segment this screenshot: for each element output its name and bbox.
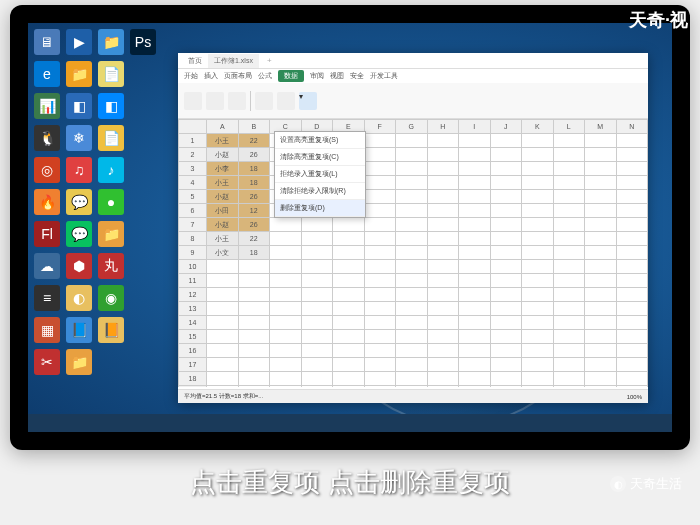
desktop-icon[interactable]: ♫ bbox=[66, 157, 92, 183]
tab-home[interactable]: 首页 bbox=[182, 54, 208, 68]
toolbar-btn[interactable] bbox=[277, 92, 295, 110]
desktop-icon[interactable] bbox=[130, 253, 156, 279]
toolbar-btn[interactable] bbox=[206, 92, 224, 110]
zoom-level[interactable]: 100% bbox=[627, 394, 642, 400]
ribbon-tabs: 开始插入页面布局公式数据审阅视图安全开发工具 bbox=[178, 69, 648, 83]
desktop-icon[interactable]: 🐧 bbox=[34, 125, 60, 151]
duplicates-button[interactable]: ▾ bbox=[299, 92, 317, 110]
desktop-icon[interactable]: 📁 bbox=[66, 61, 92, 87]
desktop-icon[interactable]: ☁ bbox=[34, 253, 60, 279]
desktop-icon[interactable] bbox=[130, 349, 156, 375]
desktop-icon[interactable]: 📁 bbox=[66, 349, 92, 375]
dropdown-item[interactable]: 拒绝录入重复项(L) bbox=[275, 166, 365, 183]
dropdown-item[interactable]: 设置高亮重复项(S) bbox=[275, 132, 365, 149]
ribbon-tab[interactable]: 开始 bbox=[184, 71, 198, 81]
ribbon-tab[interactable]: 安全 bbox=[350, 71, 364, 81]
desktop-icon[interactable]: e bbox=[34, 61, 60, 87]
watermark-bottom: ◐ 天奇生活 bbox=[610, 475, 682, 493]
monitor-frame: 🖥▶📁Pse📁📄📊◧◧🐧❄📄◎♫♪🔥💬●Fl💬📁☁⬢丸≡◐◉▦📘📙✂📁 首页 工… bbox=[10, 5, 690, 450]
ribbon-tab[interactable]: 审阅 bbox=[310, 71, 324, 81]
duplicates-dropdown: 设置高亮重复项(S)清除高亮重复项(C)拒绝录入重复项(L)清除拒绝录入限制(R… bbox=[274, 131, 366, 218]
desktop-icon[interactable] bbox=[130, 285, 156, 311]
desktop-icon[interactable]: ◉ bbox=[98, 285, 124, 311]
desktop-icon[interactable]: ♪ bbox=[98, 157, 124, 183]
ribbon-tab[interactable]: 开发工具 bbox=[370, 71, 398, 81]
ribbon-toolbar: ▾ bbox=[178, 83, 648, 119]
desktop-icon[interactable]: 📄 bbox=[98, 61, 124, 87]
logo-icon: ◐ bbox=[610, 476, 626, 492]
desktop-icon[interactable]: ▦ bbox=[34, 317, 60, 343]
desktop-icon[interactable] bbox=[130, 189, 156, 215]
desktop-icon[interactable] bbox=[130, 125, 156, 151]
desktop-screen: 🖥▶📁Pse📁📄📊◧◧🐧❄📄◎♫♪🔥💬●Fl💬📁☁⬢丸≡◐◉▦📘📙✂📁 首页 工… bbox=[28, 23, 672, 432]
ribbon-tab[interactable]: 页面布局 bbox=[224, 71, 252, 81]
spreadsheet-grid[interactable]: 设置高亮重复项(S)清除高亮重复项(C)拒绝录入重复项(L)清除拒绝录入限制(R… bbox=[178, 119, 648, 387]
ribbon-tab[interactable]: 插入 bbox=[204, 71, 218, 81]
desktop-icon[interactable]: 📁 bbox=[98, 29, 124, 55]
desktop-icon[interactable]: ≡ bbox=[34, 285, 60, 311]
status-stats: 平均值=21.5 计数=18 求和=... bbox=[184, 392, 263, 401]
desktop-icon[interactable]: 📄 bbox=[98, 125, 124, 151]
taskbar[interactable] bbox=[28, 414, 672, 432]
toolbar-btn[interactable] bbox=[184, 92, 202, 110]
desktop-icon[interactable]: ● bbox=[98, 189, 124, 215]
ribbon-tab[interactable]: 公式 bbox=[258, 71, 272, 81]
desktop-icon[interactable]: 丸 bbox=[98, 253, 124, 279]
watermark-top: 天奇·视 bbox=[629, 8, 688, 32]
desktop-icon[interactable]: 📁 bbox=[98, 221, 124, 247]
desktop-icon[interactable]: ◧ bbox=[66, 93, 92, 119]
desktop-icon[interactable] bbox=[98, 349, 124, 375]
desktop-icon[interactable]: 📊 bbox=[34, 93, 60, 119]
desktop-icon[interactable]: Fl bbox=[34, 221, 60, 247]
desktop-icon[interactable]: ◎ bbox=[34, 157, 60, 183]
tab-workbook[interactable]: 工作簿1.xlsx bbox=[208, 54, 259, 68]
spreadsheet-window[interactable]: 首页 工作簿1.xlsx + 开始插入页面布局公式数据审阅视图安全开发工具 ▾ … bbox=[178, 53, 648, 403]
video-subtitle: 点击重复项 点击删除重复项 bbox=[0, 465, 700, 500]
status-bar: 平均值=21.5 计数=18 求和=... 100% bbox=[178, 389, 648, 403]
desktop-icon-grid: 🖥▶📁Pse📁📄📊◧◧🐧❄📄◎♫♪🔥💬●Fl💬📁☁⬢丸≡◐◉▦📘📙✂📁 bbox=[34, 29, 158, 375]
toolbar-btn[interactable] bbox=[228, 92, 246, 110]
desktop-icon[interactable]: 💬 bbox=[66, 189, 92, 215]
desktop-icon[interactable] bbox=[130, 317, 156, 343]
add-tab-button[interactable]: + bbox=[267, 56, 272, 65]
desktop-icon[interactable]: 🖥 bbox=[34, 29, 60, 55]
desktop-icon[interactable]: ⬢ bbox=[66, 253, 92, 279]
desktop-icon[interactable]: ▶ bbox=[66, 29, 92, 55]
desktop-icon[interactable]: 💬 bbox=[66, 221, 92, 247]
desktop-icon[interactable]: Ps bbox=[130, 29, 156, 55]
sheet-table[interactable]: ABCDEFGHIJKLMN1小王222小赵263小李184小王185小赵266… bbox=[178, 119, 648, 387]
ribbon-tab[interactable]: 视图 bbox=[330, 71, 344, 81]
desktop-icon[interactable] bbox=[130, 93, 156, 119]
dropdown-item[interactable]: 删除重复项(D) bbox=[275, 200, 365, 217]
desktop-icon[interactable] bbox=[130, 61, 156, 87]
dropdown-item[interactable]: 清除高亮重复项(C) bbox=[275, 149, 365, 166]
desktop-icon[interactable]: 📘 bbox=[66, 317, 92, 343]
desktop-icon[interactable] bbox=[130, 157, 156, 183]
desktop-icon[interactable]: ✂ bbox=[34, 349, 60, 375]
desktop-icon[interactable]: ◧ bbox=[98, 93, 124, 119]
desktop-icon[interactable]: 📙 bbox=[98, 317, 124, 343]
ribbon-tab[interactable]: 数据 bbox=[278, 70, 304, 82]
desktop-icon[interactable]: ◐ bbox=[66, 285, 92, 311]
toolbar-btn[interactable] bbox=[255, 92, 273, 110]
window-titlebar[interactable]: 首页 工作簿1.xlsx + bbox=[178, 53, 648, 69]
desktop-icon[interactable]: ❄ bbox=[66, 125, 92, 151]
desktop-icon[interactable] bbox=[130, 221, 156, 247]
desktop-icon[interactable]: 🔥 bbox=[34, 189, 60, 215]
dropdown-item[interactable]: 清除拒绝录入限制(R) bbox=[275, 183, 365, 200]
